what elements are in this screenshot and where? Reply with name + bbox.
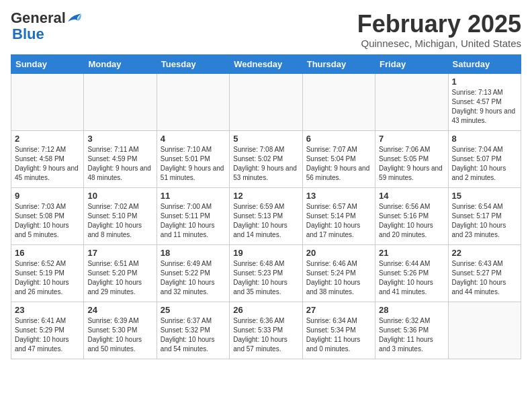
calendar-cell: 21Sunrise: 6:44 AM Sunset: 5:26 PM Dayli… bbox=[375, 244, 448, 302]
day-number: 3 bbox=[87, 134, 152, 144]
day-info: Sunrise: 7:02 AM Sunset: 5:10 PM Dayligh… bbox=[87, 202, 152, 240]
day-info: Sunrise: 7:11 AM Sunset: 4:59 PM Dayligh… bbox=[87, 145, 152, 183]
day-number: 8 bbox=[452, 134, 517, 144]
calendar-cell: 9Sunrise: 7:03 AM Sunset: 5:08 PM Daylig… bbox=[11, 187, 84, 244]
day-info: Sunrise: 7:13 AM Sunset: 4:57 PM Dayligh… bbox=[452, 88, 517, 126]
day-number: 5 bbox=[233, 134, 298, 144]
calendar-cell: 24Sunrise: 6:39 AM Sunset: 5:30 PM Dayli… bbox=[84, 302, 157, 359]
day-info: Sunrise: 6:57 AM Sunset: 5:14 PM Dayligh… bbox=[306, 202, 371, 240]
day-info: Sunrise: 6:54 AM Sunset: 5:17 PM Dayligh… bbox=[452, 202, 517, 240]
calendar-cell bbox=[84, 73, 157, 130]
day-info: Sunrise: 6:44 AM Sunset: 5:26 PM Dayligh… bbox=[379, 259, 444, 297]
day-info: Sunrise: 6:39 AM Sunset: 5:30 PM Dayligh… bbox=[87, 316, 152, 354]
day-number: 27 bbox=[306, 305, 371, 315]
calendar-cell: 8Sunrise: 7:04 AM Sunset: 5:07 PM Daylig… bbox=[448, 130, 521, 187]
calendar-cell: 10Sunrise: 7:02 AM Sunset: 5:10 PM Dayli… bbox=[84, 187, 157, 244]
calendar-cell: 5Sunrise: 7:08 AM Sunset: 5:02 PM Daylig… bbox=[230, 130, 302, 187]
day-info: Sunrise: 7:08 AM Sunset: 5:02 PM Dayligh… bbox=[233, 145, 298, 183]
calendar-cell: 3Sunrise: 7:11 AM Sunset: 4:59 PM Daylig… bbox=[84, 130, 157, 187]
day-number: 19 bbox=[233, 248, 298, 258]
day-info: Sunrise: 7:03 AM Sunset: 5:08 PM Dayligh… bbox=[15, 202, 80, 240]
weekday-header-friday: Friday bbox=[375, 54, 448, 73]
week-row-5: 23Sunrise: 6:41 AM Sunset: 5:29 PM Dayli… bbox=[11, 302, 521, 359]
day-number: 12 bbox=[233, 191, 298, 201]
day-info: Sunrise: 6:46 AM Sunset: 5:24 PM Dayligh… bbox=[306, 259, 371, 297]
day-number: 7 bbox=[379, 134, 444, 144]
calendar-cell: 22Sunrise: 6:43 AM Sunset: 5:27 PM Dayli… bbox=[448, 244, 521, 302]
day-number: 11 bbox=[161, 191, 226, 201]
day-info: Sunrise: 6:59 AM Sunset: 5:13 PM Dayligh… bbox=[233, 202, 298, 240]
calendar-cell: 20Sunrise: 6:46 AM Sunset: 5:24 PM Dayli… bbox=[302, 244, 375, 302]
calendar-cell: 28Sunrise: 6:32 AM Sunset: 5:36 PM Dayli… bbox=[375, 302, 448, 359]
day-number: 23 bbox=[15, 305, 80, 315]
calendar-cell bbox=[157, 73, 229, 130]
weekday-header-thursday: Thursday bbox=[302, 54, 375, 73]
day-number: 13 bbox=[306, 191, 371, 201]
page-header: General Blue February 2025 Quinnesec, Mi… bbox=[11, 11, 521, 49]
week-row-4: 16Sunrise: 6:52 AM Sunset: 5:19 PM Dayli… bbox=[11, 244, 521, 302]
day-number: 10 bbox=[87, 191, 152, 201]
location-text: Quinnesec, Michigan, United States bbox=[357, 38, 521, 49]
day-info: Sunrise: 6:48 AM Sunset: 5:23 PM Dayligh… bbox=[233, 259, 298, 297]
calendar-cell: 19Sunrise: 6:48 AM Sunset: 5:23 PM Dayli… bbox=[230, 244, 302, 302]
week-row-2: 2Sunrise: 7:12 AM Sunset: 4:58 PM Daylig… bbox=[11, 130, 521, 187]
calendar-cell: 18Sunrise: 6:49 AM Sunset: 5:22 PM Dayli… bbox=[157, 244, 229, 302]
logo: General Blue bbox=[11, 11, 82, 43]
day-number: 9 bbox=[15, 191, 80, 201]
weekday-header-sunday: Sunday bbox=[11, 54, 84, 73]
calendar-cell: 1Sunrise: 7:13 AM Sunset: 4:57 PM Daylig… bbox=[448, 73, 521, 130]
weekday-header-tuesday: Tuesday bbox=[157, 54, 229, 73]
calendar-cell bbox=[230, 73, 302, 130]
month-title: February 2025 bbox=[357, 11, 521, 38]
day-info: Sunrise: 6:56 AM Sunset: 5:16 PM Dayligh… bbox=[379, 202, 444, 240]
day-info: Sunrise: 6:49 AM Sunset: 5:22 PM Dayligh… bbox=[161, 259, 226, 297]
day-info: Sunrise: 7:12 AM Sunset: 4:58 PM Dayligh… bbox=[15, 145, 80, 183]
calendar-cell: 25Sunrise: 6:37 AM Sunset: 5:32 PM Dayli… bbox=[157, 302, 229, 359]
calendar-table: SundayMondayTuesdayWednesdayThursdayFrid… bbox=[11, 54, 521, 359]
day-number: 20 bbox=[306, 248, 371, 258]
weekday-header-row: SundayMondayTuesdayWednesdayThursdayFrid… bbox=[11, 54, 521, 73]
day-info: Sunrise: 7:06 AM Sunset: 5:05 PM Dayligh… bbox=[379, 145, 444, 183]
day-info: Sunrise: 6:36 AM Sunset: 5:33 PM Dayligh… bbox=[233, 316, 298, 354]
day-number: 17 bbox=[87, 248, 152, 258]
title-area: February 2025 Quinnesec, Michigan, Unite… bbox=[357, 11, 521, 49]
day-info: Sunrise: 6:51 AM Sunset: 5:20 PM Dayligh… bbox=[87, 259, 152, 297]
week-row-1: 1Sunrise: 7:13 AM Sunset: 4:57 PM Daylig… bbox=[11, 73, 521, 130]
day-number: 4 bbox=[161, 134, 226, 144]
day-number: 21 bbox=[379, 248, 444, 258]
day-info: Sunrise: 6:41 AM Sunset: 5:29 PM Dayligh… bbox=[15, 316, 80, 354]
calendar-cell: 6Sunrise: 7:07 AM Sunset: 5:04 PM Daylig… bbox=[302, 130, 375, 187]
calendar-cell: 11Sunrise: 7:00 AM Sunset: 5:11 PM Dayli… bbox=[157, 187, 229, 244]
day-number: 18 bbox=[161, 248, 226, 258]
day-info: Sunrise: 6:32 AM Sunset: 5:36 PM Dayligh… bbox=[379, 316, 444, 354]
calendar-cell: 27Sunrise: 6:34 AM Sunset: 5:34 PM Dayli… bbox=[302, 302, 375, 359]
day-number: 26 bbox=[233, 305, 298, 315]
calendar-cell bbox=[11, 73, 84, 130]
logo-blue-text: Blue bbox=[12, 26, 44, 42]
calendar-cell: 14Sunrise: 6:56 AM Sunset: 5:16 PM Dayli… bbox=[375, 187, 448, 244]
calendar-cell: 2Sunrise: 7:12 AM Sunset: 4:58 PM Daylig… bbox=[11, 130, 84, 187]
day-info: Sunrise: 6:52 AM Sunset: 5:19 PM Dayligh… bbox=[15, 259, 80, 297]
calendar-cell: 13Sunrise: 6:57 AM Sunset: 5:14 PM Dayli… bbox=[302, 187, 375, 244]
calendar-cell: 23Sunrise: 6:41 AM Sunset: 5:29 PM Dayli… bbox=[11, 302, 84, 359]
calendar-cell: 12Sunrise: 6:59 AM Sunset: 5:13 PM Dayli… bbox=[230, 187, 302, 244]
day-number: 25 bbox=[161, 305, 226, 315]
day-number: 14 bbox=[379, 191, 444, 201]
calendar-cell bbox=[302, 73, 375, 130]
day-number: 28 bbox=[379, 305, 444, 315]
day-info: Sunrise: 6:37 AM Sunset: 5:32 PM Dayligh… bbox=[161, 316, 226, 354]
calendar-cell: 7Sunrise: 7:06 AM Sunset: 5:05 PM Daylig… bbox=[375, 130, 448, 187]
calendar-cell: 26Sunrise: 6:36 AM Sunset: 5:33 PM Dayli… bbox=[230, 302, 302, 359]
day-info: Sunrise: 6:34 AM Sunset: 5:34 PM Dayligh… bbox=[306, 316, 371, 354]
calendar-cell bbox=[448, 302, 521, 359]
calendar-cell: 15Sunrise: 6:54 AM Sunset: 5:17 PM Dayli… bbox=[448, 187, 521, 244]
weekday-header-saturday: Saturday bbox=[448, 54, 521, 73]
weekday-header-wednesday: Wednesday bbox=[230, 54, 302, 73]
day-number: 6 bbox=[306, 134, 371, 144]
day-number: 15 bbox=[452, 191, 517, 201]
day-number: 16 bbox=[15, 248, 80, 258]
week-row-3: 9Sunrise: 7:03 AM Sunset: 5:08 PM Daylig… bbox=[11, 187, 521, 244]
weekday-header-monday: Monday bbox=[84, 54, 157, 73]
day-info: Sunrise: 7:10 AM Sunset: 5:01 PM Dayligh… bbox=[161, 145, 226, 183]
day-info: Sunrise: 7:07 AM Sunset: 5:04 PM Dayligh… bbox=[306, 145, 371, 183]
